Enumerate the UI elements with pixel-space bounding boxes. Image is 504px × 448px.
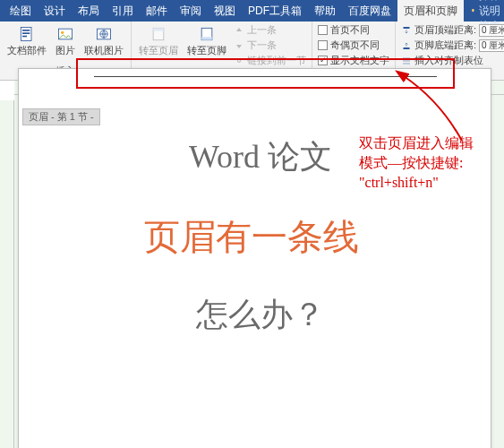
tab-mailings[interactable]: 邮件 — [140, 0, 174, 22]
checkbox-icon — [318, 25, 328, 35]
picture-button[interactable]: 图片 — [54, 23, 77, 57]
body-text-line3: 怎么办？ — [196, 293, 325, 337]
doc-parts-icon — [18, 25, 36, 43]
tab-pdf-toolbox[interactable]: PDF工具箱 — [242, 0, 308, 22]
prev-section-button[interactable]: 上一条 — [234, 23, 306, 37]
header-highlight-box — [76, 58, 455, 89]
tab-review[interactable]: 审阅 — [174, 0, 208, 22]
svg-rect-9 — [153, 28, 164, 30]
body-text-line1: Word 论文 — [189, 135, 332, 179]
next-section-button[interactable]: 下一条 — [234, 39, 306, 52]
lightbulb-icon — [471, 4, 475, 17]
tab-layout[interactable]: 布局 — [72, 0, 106, 22]
document-area: 页眉 - 第 1 节 - Word 论文 页眉有一条线 怎么办？ 双击页眉进入编… — [14, 95, 504, 448]
svg-rect-11 — [201, 37, 212, 39]
header-underline — [94, 76, 437, 77]
svg-rect-12 — [404, 27, 410, 29]
goto-footer-icon — [198, 25, 216, 43]
picture-icon — [56, 25, 74, 43]
tab-baidu-netdisk[interactable]: 百度网盘 — [342, 0, 397, 22]
tab-help[interactable]: 帮助 — [308, 0, 342, 22]
first-page-different-checkbox[interactable]: 首页不同 — [318, 23, 389, 37]
body-text-line2: 页眉有一条线 — [144, 212, 359, 262]
tab-references[interactable]: 引用 — [106, 0, 140, 22]
svg-rect-3 — [22, 36, 27, 38]
page[interactable]: 页眉 - 第 1 节 - Word 论文 页眉有一条线 怎么办？ 双击页眉进入编… — [18, 68, 491, 448]
tab-design[interactable]: 设计 — [38, 0, 72, 22]
header-distance-input[interactable]: 0 厘米 — [479, 24, 504, 37]
header-top-distance: 页眉顶端距离: 0 厘米 — [401, 23, 504, 37]
online-picture-button[interactable]: 联机图片 — [82, 23, 125, 57]
svg-rect-1 — [22, 30, 30, 31]
checkbox-icon — [318, 40, 328, 50]
tab-view[interactable]: 视图 — [208, 0, 242, 22]
footer-distance-input[interactable]: 0 厘米 — [479, 39, 504, 52]
header-section-tag: 页眉 - 第 1 节 - — [22, 108, 100, 125]
arrow-up-icon — [234, 25, 244, 36]
vertical-ruler[interactable] — [0, 100, 14, 448]
arrow-down-icon — [234, 40, 244, 51]
tab-draw[interactable]: 绘图 — [4, 0, 38, 22]
svg-rect-13 — [404, 47, 410, 49]
footer-bottom-distance: 页脚底端距离: 0 厘米 — [401, 39, 504, 52]
footer-distance-icon — [401, 40, 412, 51]
svg-rect-2 — [22, 32, 30, 34]
header-distance-icon — [401, 25, 412, 36]
odd-even-different-checkbox[interactable]: 奇偶页不同 — [318, 39, 389, 52]
online-picture-icon — [95, 25, 113, 43]
tab-header-footer[interactable]: 页眉和页脚 — [397, 0, 464, 22]
goto-header-icon — [149, 25, 167, 43]
svg-point-5 — [61, 31, 64, 34]
doc-parts-button[interactable]: 文档部件 — [5, 23, 48, 57]
goto-header-button[interactable]: 转至页眉 — [137, 23, 180, 57]
ribbon-tabbar: 绘图 设计 布局 引用 邮件 审阅 视图 PDF工具箱 帮助 百度网盘 页眉和页… — [0, 0, 504, 22]
annotation-text: 双击页眉进入编辑 模式—按快捷键: "ctrl+shift+n" — [359, 134, 489, 193]
goto-footer-button[interactable]: 转至页脚 — [185, 23, 228, 57]
